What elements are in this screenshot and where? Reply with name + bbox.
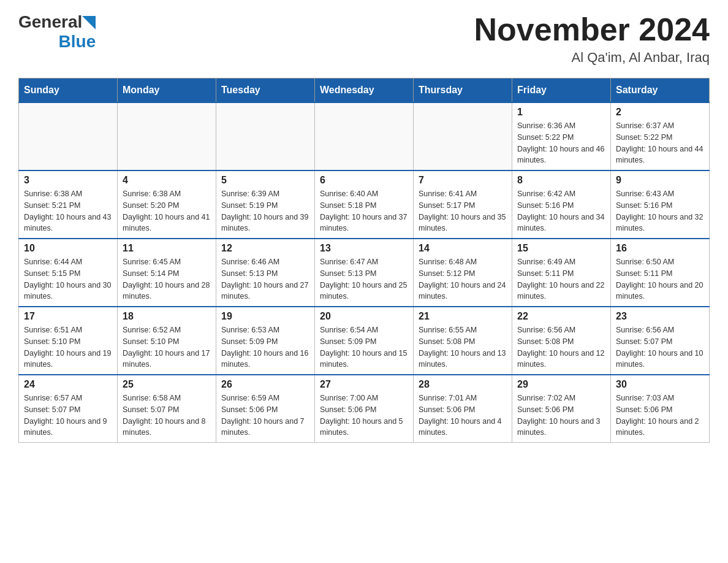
calendar-week-row: 17Sunrise: 6:51 AM Sunset: 5:10 PM Dayli… xyxy=(19,307,710,375)
calendar-cell: 14Sunrise: 6:48 AM Sunset: 5:12 PM Dayli… xyxy=(414,239,512,307)
calendar-cell: 5Sunrise: 6:39 AM Sunset: 5:19 PM Daylig… xyxy=(216,170,315,239)
calendar-cell xyxy=(118,102,216,170)
calendar-cell: 7Sunrise: 6:41 AM Sunset: 5:17 PM Daylig… xyxy=(414,170,512,239)
day-info: Sunrise: 6:42 AM Sunset: 5:16 PM Dayligh… xyxy=(517,188,605,234)
day-info: Sunrise: 6:56 AM Sunset: 5:07 PM Dayligh… xyxy=(616,324,704,370)
day-info: Sunrise: 6:48 AM Sunset: 5:12 PM Dayligh… xyxy=(419,256,507,302)
day-info: Sunrise: 6:56 AM Sunset: 5:08 PM Dayligh… xyxy=(517,324,605,370)
day-number: 12 xyxy=(221,243,309,254)
day-info: Sunrise: 6:37 AM Sunset: 5:22 PM Dayligh… xyxy=(616,120,704,166)
logo-blue: Blue xyxy=(59,32,96,52)
calendar-cell: 22Sunrise: 6:56 AM Sunset: 5:08 PM Dayli… xyxy=(512,307,611,375)
day-info: Sunrise: 6:51 AM Sunset: 5:10 PM Dayligh… xyxy=(24,324,112,370)
weekday-header-sunday: Sunday xyxy=(19,79,118,103)
day-info: Sunrise: 7:03 AM Sunset: 5:06 PM Dayligh… xyxy=(616,393,704,439)
calendar-cell: 19Sunrise: 6:53 AM Sunset: 5:09 PM Dayli… xyxy=(216,307,315,375)
title-section: November 2024 Al Qa'im, Al Anbar, Iraq xyxy=(474,12,710,66)
day-number: 18 xyxy=(123,311,211,322)
calendar-cell: 21Sunrise: 6:55 AM Sunset: 5:08 PM Dayli… xyxy=(414,307,512,375)
calendar-cell: 24Sunrise: 6:57 AM Sunset: 5:07 PM Dayli… xyxy=(19,375,118,443)
logo: General Blue xyxy=(18,12,96,52)
calendar-week-row: 24Sunrise: 6:57 AM Sunset: 5:07 PM Dayli… xyxy=(19,375,710,443)
weekday-header-monday: Monday xyxy=(118,79,216,103)
day-number: 28 xyxy=(419,379,507,390)
calendar-cell: 25Sunrise: 6:58 AM Sunset: 5:07 PM Dayli… xyxy=(118,375,216,443)
day-info: Sunrise: 6:53 AM Sunset: 5:09 PM Dayligh… xyxy=(221,324,309,370)
calendar-cell: 4Sunrise: 6:38 AM Sunset: 5:20 PM Daylig… xyxy=(118,170,216,239)
day-info: Sunrise: 6:54 AM Sunset: 5:09 PM Dayligh… xyxy=(320,324,408,370)
day-info: Sunrise: 6:59 AM Sunset: 5:06 PM Dayligh… xyxy=(221,393,309,439)
calendar-cell: 20Sunrise: 6:54 AM Sunset: 5:09 PM Dayli… xyxy=(315,307,414,375)
calendar-cell xyxy=(315,102,414,170)
day-number: 23 xyxy=(616,311,704,322)
day-number: 27 xyxy=(320,379,408,390)
day-number: 8 xyxy=(517,175,605,186)
calendar-cell xyxy=(414,102,512,170)
day-number: 29 xyxy=(517,379,605,390)
calendar-cell: 12Sunrise: 6:46 AM Sunset: 5:13 PM Dayli… xyxy=(216,239,315,307)
weekday-header-wednesday: Wednesday xyxy=(315,79,414,103)
calendar-cell: 29Sunrise: 7:02 AM Sunset: 5:06 PM Dayli… xyxy=(512,375,611,443)
day-number: 10 xyxy=(24,243,112,254)
page-header: General Blue November 2024 Al Qa'im, Al … xyxy=(18,12,710,66)
day-info: Sunrise: 6:40 AM Sunset: 5:18 PM Dayligh… xyxy=(320,188,408,234)
day-number: 19 xyxy=(221,311,309,322)
location-subtitle: Al Qa'im, Al Anbar, Iraq xyxy=(474,50,710,66)
calendar-cell: 1Sunrise: 6:36 AM Sunset: 5:22 PM Daylig… xyxy=(512,102,611,170)
calendar-table: SundayMondayTuesdayWednesdayThursdayFrid… xyxy=(18,78,710,443)
calendar-cell: 23Sunrise: 6:56 AM Sunset: 5:07 PM Dayli… xyxy=(611,307,710,375)
logo-general: General xyxy=(18,12,82,32)
day-number: 22 xyxy=(517,311,605,322)
calendar-cell: 16Sunrise: 6:50 AM Sunset: 5:11 PM Dayli… xyxy=(611,239,710,307)
calendar-cell: 2Sunrise: 6:37 AM Sunset: 5:22 PM Daylig… xyxy=(611,102,710,170)
day-info: Sunrise: 7:00 AM Sunset: 5:06 PM Dayligh… xyxy=(320,393,408,439)
day-info: Sunrise: 6:44 AM Sunset: 5:15 PM Dayligh… xyxy=(24,256,112,302)
month-title: November 2024 xyxy=(474,12,710,47)
day-number: 13 xyxy=(320,243,408,254)
weekday-header-tuesday: Tuesday xyxy=(216,79,315,103)
day-number: 9 xyxy=(616,175,704,186)
day-info: Sunrise: 6:38 AM Sunset: 5:20 PM Dayligh… xyxy=(123,188,211,234)
day-info: Sunrise: 6:36 AM Sunset: 5:22 PM Dayligh… xyxy=(517,120,605,166)
day-number: 21 xyxy=(419,311,507,322)
calendar-cell: 26Sunrise: 6:59 AM Sunset: 5:06 PM Dayli… xyxy=(216,375,315,443)
day-number: 30 xyxy=(616,379,704,390)
weekday-header-saturday: Saturday xyxy=(611,79,710,103)
calendar-cell xyxy=(19,102,118,170)
day-info: Sunrise: 6:47 AM Sunset: 5:13 PM Dayligh… xyxy=(320,256,408,302)
day-number: 2 xyxy=(616,107,704,118)
day-number: 1 xyxy=(517,107,605,118)
day-info: Sunrise: 7:01 AM Sunset: 5:06 PM Dayligh… xyxy=(419,393,507,439)
day-number: 25 xyxy=(123,379,211,390)
calendar-cell xyxy=(216,102,315,170)
day-info: Sunrise: 6:58 AM Sunset: 5:07 PM Dayligh… xyxy=(123,393,211,439)
day-info: Sunrise: 6:57 AM Sunset: 5:07 PM Dayligh… xyxy=(24,393,112,439)
day-number: 11 xyxy=(123,243,211,254)
day-info: Sunrise: 6:45 AM Sunset: 5:14 PM Dayligh… xyxy=(123,256,211,302)
calendar-header-row: SundayMondayTuesdayWednesdayThursdayFrid… xyxy=(19,79,710,103)
day-info: Sunrise: 6:46 AM Sunset: 5:13 PM Dayligh… xyxy=(221,256,309,302)
day-number: 6 xyxy=(320,175,408,186)
calendar-cell: 6Sunrise: 6:40 AM Sunset: 5:18 PM Daylig… xyxy=(315,170,414,239)
day-number: 17 xyxy=(24,311,112,322)
day-number: 26 xyxy=(221,379,309,390)
day-info: Sunrise: 6:38 AM Sunset: 5:21 PM Dayligh… xyxy=(24,188,112,234)
calendar-cell: 17Sunrise: 6:51 AM Sunset: 5:10 PM Dayli… xyxy=(19,307,118,375)
calendar-cell: 3Sunrise: 6:38 AM Sunset: 5:21 PM Daylig… xyxy=(19,170,118,239)
logo-triangle-icon xyxy=(82,16,96,29)
calendar-cell: 15Sunrise: 6:49 AM Sunset: 5:11 PM Dayli… xyxy=(512,239,611,307)
day-info: Sunrise: 7:02 AM Sunset: 5:06 PM Dayligh… xyxy=(517,393,605,439)
weekday-header-thursday: Thursday xyxy=(414,79,512,103)
day-info: Sunrise: 6:39 AM Sunset: 5:19 PM Dayligh… xyxy=(221,188,309,234)
day-number: 4 xyxy=(123,175,211,186)
calendar-cell: 13Sunrise: 6:47 AM Sunset: 5:13 PM Dayli… xyxy=(315,239,414,307)
day-info: Sunrise: 6:55 AM Sunset: 5:08 PM Dayligh… xyxy=(419,324,507,370)
day-info: Sunrise: 6:52 AM Sunset: 5:10 PM Dayligh… xyxy=(123,324,211,370)
day-number: 5 xyxy=(221,175,309,186)
calendar-week-row: 10Sunrise: 6:44 AM Sunset: 5:15 PM Dayli… xyxy=(19,239,710,307)
day-number: 7 xyxy=(419,175,507,186)
calendar-cell: 27Sunrise: 7:00 AM Sunset: 5:06 PM Dayli… xyxy=(315,375,414,443)
day-info: Sunrise: 6:49 AM Sunset: 5:11 PM Dayligh… xyxy=(517,256,605,302)
day-info: Sunrise: 6:50 AM Sunset: 5:11 PM Dayligh… xyxy=(616,256,704,302)
day-number: 16 xyxy=(616,243,704,254)
